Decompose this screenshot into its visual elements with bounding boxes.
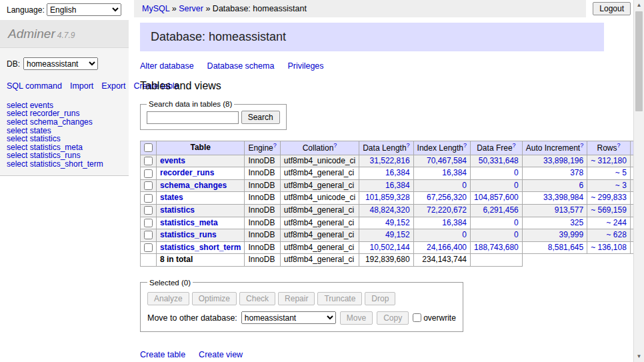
help-rows-icon[interactable]: ? (617, 142, 621, 149)
link-create-view[interactable]: Create view (199, 350, 243, 359)
statistics-data-length-link[interactable]: 48,824,320 (370, 205, 410, 215)
sidebar-link-import[interactable]: Import (70, 81, 93, 91)
help-data-length-icon[interactable]: ? (407, 142, 410, 149)
scroll-up-icon[interactable]: ▲ (634, 0, 644, 11)
recorder_runs-data-free-link[interactable]: 0 (514, 168, 519, 177)
recorder_runs-index-length-link[interactable]: 16,384 (442, 168, 467, 177)
drop-button[interactable]: Drop (365, 292, 395, 305)
row-checkbox-statistics_meta[interactable] (144, 219, 153, 227)
sidebar-link-export[interactable]: Export (101, 81, 125, 91)
events-rows-link[interactable]: ~ 312,180 (591, 156, 627, 165)
schema_changes-index-length-link[interactable]: 0 (462, 181, 467, 190)
statistics-data-free-link[interactable]: 6,291,456 (483, 205, 518, 215)
table-row: schema_changesInnoDButf8mb4_general_ci16… (141, 179, 644, 192)
search-input[interactable] (147, 111, 239, 124)
help-collation-icon[interactable]: ? (333, 142, 337, 149)
sidebar-link-sql-command[interactable]: SQL command (7, 81, 62, 91)
statistics_meta-data-free-link[interactable]: 0 (514, 218, 519, 227)
link-privileges[interactable]: Privileges (287, 61, 323, 71)
statistics_runs-rows-link[interactable]: ~ 628 (607, 230, 627, 239)
table-link-schema_changes[interactable]: schema_changes (160, 181, 227, 190)
table-link-statistics[interactable]: statistics (160, 205, 195, 215)
statistics_short_term-data-free-link[interactable]: 188,743,680 (474, 243, 519, 252)
repair-button[interactable]: Repair (278, 292, 315, 305)
analyze-button[interactable]: Analyze (147, 292, 189, 305)
states-data-length-link[interactable]: 101,859,328 (365, 193, 410, 202)
statistics-rows-link[interactable]: ~ 569,159 (591, 205, 627, 215)
row-checkbox-recorder_runs[interactable] (144, 169, 153, 178)
statistics_runs-data-length-link[interactable]: 49,152 (385, 230, 410, 239)
table-link-statistics_short_term[interactable]: statistics_short_term (160, 243, 241, 252)
states-auto-increment-link[interactable]: 33,398,984 (543, 193, 583, 202)
statistics_meta-rows-link[interactable]: ~ 244 (607, 218, 627, 227)
events-auto-increment-link[interactable]: 33,898,196 (543, 156, 583, 165)
help-engine-icon[interactable]: ? (273, 142, 277, 149)
row-checkbox-statistics_runs[interactable] (144, 231, 153, 239)
overwrite-checkbox[interactable] (413, 313, 421, 322)
states-data-free-link[interactable]: 104,857,600 (474, 193, 519, 202)
recorder_runs-data-length-link[interactable]: 16,384 (385, 168, 410, 177)
table-link-recorder_runs[interactable]: recorder_runs (160, 168, 214, 177)
schema_changes-rows-link[interactable]: ~ 3 (615, 181, 627, 190)
selected-fieldset: Selected (0) AnalyzeOptimizeCheckRepairT… (140, 279, 463, 332)
states-index-length-link[interactable]: 67,256,320 (427, 193, 467, 202)
scroll-down-icon[interactable]: ▼ (634, 351, 644, 362)
statistics_meta-index-length-link[interactable]: 16,384 (442, 218, 467, 227)
help-index-length-icon[interactable]: ? (463, 142, 467, 149)
schema_changes-auto-increment-link[interactable]: 6 (579, 181, 583, 190)
statistics_runs-data-free-link[interactable]: 0 (514, 230, 519, 239)
truncate-button[interactable]: Truncate (317, 292, 362, 305)
help-data-free-icon[interactable]: ? (513, 142, 516, 149)
check-button[interactable]: Check (239, 292, 275, 305)
statistics_runs-index-length-link[interactable]: 0 (462, 230, 467, 239)
schema_changes-data-length-link[interactable]: 16,384 (385, 181, 410, 190)
search-button[interactable]: Search (241, 111, 280, 124)
link-alter-database[interactable]: Alter database (140, 61, 194, 71)
statistics_runs-auto-increment-link[interactable]: 39,999 (559, 230, 583, 239)
row-checkbox-statistics_short_term[interactable] (144, 243, 153, 252)
engine-cell: InnoDB (245, 167, 280, 180)
move-db-select[interactable]: homeassistant (241, 311, 336, 324)
statistics-auto-increment-link[interactable]: 913,577 (555, 205, 583, 215)
table-link-states[interactable]: states (160, 193, 183, 202)
events-index-length-link[interactable]: 70,467,584 (427, 156, 467, 165)
statistics_meta-data-length-link[interactable]: 49,152 (385, 218, 410, 227)
move-button[interactable]: Move (340, 311, 373, 325)
table-link-events[interactable]: events (160, 156, 185, 165)
row-checkbox-schema_changes[interactable] (144, 181, 153, 190)
row-checkbox-statistics[interactable] (144, 206, 153, 215)
sidebar-select-statistics-short-term[interactable]: select statistics_short_term (7, 159, 103, 169)
statistics_short_term-index-length-link[interactable]: 24,166,400 (427, 243, 467, 252)
table-link-statistics_meta[interactable]: statistics_meta (160, 218, 218, 227)
statistics_short_term-rows-link[interactable]: ~ 136,108 (591, 243, 627, 252)
recorder_runs-auto-increment-link[interactable]: 378 (570, 168, 583, 177)
select-all-checkbox[interactable] (144, 143, 153, 152)
events-data-free-link[interactable]: 50,331,648 (479, 156, 519, 165)
statistics-index-length-link[interactable]: 72,220,672 (427, 205, 467, 215)
table-row: statistics_short_termInnoDButf8mb4_gener… (141, 241, 644, 254)
scrollbar-thumb[interactable] (635, 11, 643, 111)
breadcrumb-mysql[interactable]: MySQL (142, 4, 169, 13)
states-rows-link[interactable]: ~ 299,833 (591, 193, 627, 202)
db-select[interactable]: homeassistant (23, 57, 98, 70)
row-checkbox-events[interactable] (144, 157, 153, 165)
statistics_short_term-auto-increment-link[interactable]: 8,581,645 (548, 243, 583, 252)
link-database-schema[interactable]: Database schema (207, 61, 275, 71)
recorder_runs-rows-link[interactable]: ~ 5 (615, 168, 627, 177)
table-link-statistics_runs[interactable]: statistics_runs (160, 230, 217, 239)
optimize-button[interactable]: Optimize (192, 292, 237, 305)
statistics_short_term-data-length-link[interactable]: 10,502,144 (370, 243, 410, 252)
row-checkbox-states[interactable] (144, 194, 153, 203)
help-auto-increment-icon[interactable]: ? (580, 142, 583, 149)
events-data-length-link[interactable]: 31,522,816 (370, 156, 410, 165)
engine-cell: InnoDB (245, 229, 280, 242)
link-create-table[interactable]: Create table (140, 350, 185, 359)
breadcrumb-server[interactable]: Server (179, 4, 203, 13)
copy-button[interactable]: Copy (377, 311, 409, 325)
logout-button[interactable]: Logout (593, 2, 631, 15)
language-select[interactable]: English (47, 3, 121, 16)
scrollbar[interactable]: ▲ ▼ (633, 0, 644, 362)
statistics_meta-auto-increment-link[interactable]: 325 (570, 218, 583, 227)
collation-cell: utf8mb4_general_ci (280, 229, 359, 242)
schema_changes-data-free-link[interactable]: 0 (514, 181, 519, 190)
